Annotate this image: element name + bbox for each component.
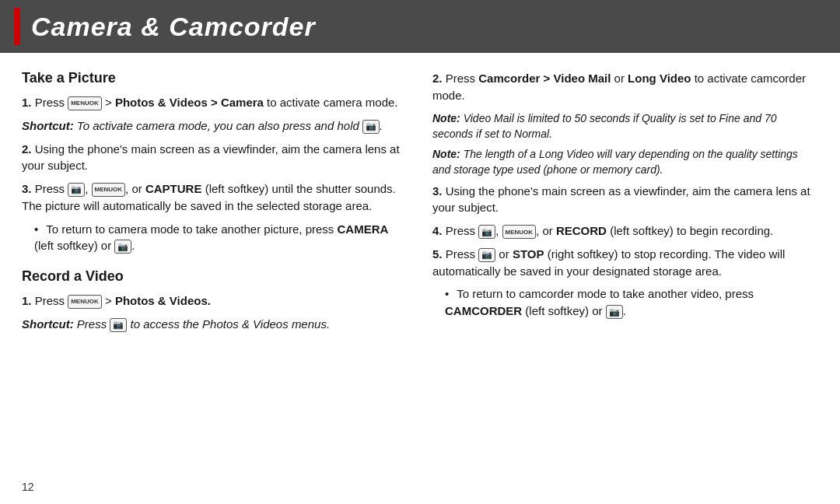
- section-record-video: Record a Video 1. Press MENUOK > Photos …: [22, 268, 408, 333]
- header: Camera & Camcorder: [0, 0, 840, 53]
- section-title-take-picture: Take a Picture: [22, 70, 408, 86]
- camera-icon-shortcut: 📷: [362, 120, 380, 134]
- step-2-text: Using the phone's main screen as a viewf…: [22, 142, 400, 173]
- step-3-bullet: To return to camera mode to take another…: [34, 221, 408, 255]
- video-step-1-number: 1.: [22, 294, 35, 307]
- step-3: 3. Press 📷, MENUOK, or CAPTURE (left sof…: [22, 180, 408, 215]
- page-title: Camera & Camcorder: [31, 12, 316, 42]
- camera-icon-r4a: 📷: [478, 225, 495, 239]
- camera-icon-3b: 📷: [114, 240, 131, 254]
- step-1-text: Press MENUOK > Photos & Videos > Camera …: [35, 96, 398, 109]
- menu-ok-icon-r4: MENUOK: [502, 225, 537, 239]
- right-step-3-text: Using the phone's main screen as a viewf…: [432, 184, 810, 215]
- video-step-1: 1. Press MENUOK > Photos & Videos.: [22, 292, 408, 310]
- step-1-number: 1.: [22, 96, 35, 109]
- menu-ok-icon-1: MENUOK: [68, 96, 102, 110]
- step-2-number: 2.: [22, 142, 35, 156]
- right-step-4: 4. Press 📷, MENUOK, or RECORD (left soft…: [432, 222, 818, 240]
- video-step-1-shortcut: Shortcut: Press 📷 to access the Photos &…: [22, 316, 408, 333]
- camera-icon-r5b: 📷: [606, 305, 623, 319]
- section-title-record-video: Record a Video: [22, 268, 408, 285]
- menu-ok-icon-v1: MENUOK: [68, 295, 102, 309]
- header-accent-bar: [14, 8, 20, 45]
- right-step-5: 5. Press 📷 or STOP (right softkey) to st…: [432, 246, 818, 280]
- step-3-text: Press 📷, MENUOK, or CAPTURE (left softke…: [22, 182, 396, 212]
- step-2: 2. Using the phone's main screen as a vi…: [22, 141, 408, 175]
- right-column: 2. Press Camcorder > Video Mail or Long …: [432, 70, 818, 339]
- page-number: 12: [22, 481, 34, 493]
- step-1-shortcut: Shortcut: To activate camera mode, you c…: [22, 117, 408, 135]
- right-step-2-number: 2.: [432, 72, 446, 85]
- right-step-2-text: Press Camcorder > Video Mail or Long Vid…: [432, 72, 806, 102]
- step-1: 1. Press MENUOK > Photos & Videos > Came…: [22, 94, 408, 111]
- camera-icon-3a: 📷: [68, 183, 85, 197]
- right-step-3-number: 3.: [432, 184, 446, 198]
- right-step-5-bullet: To return to camcorder mode to take anot…: [445, 285, 818, 320]
- right-step-5-text: Press 📷 or STOP (right softkey) to stop …: [432, 247, 785, 278]
- left-column: Take a Picture 1. Press MENUOK > Photos …: [22, 70, 408, 339]
- right-step-2: 2. Press Camcorder > Video Mail or Long …: [432, 70, 818, 104]
- right-step-5-number: 5.: [432, 247, 446, 261]
- menu-ok-icon-3: MENUOK: [92, 183, 126, 197]
- step-3-number: 3.: [22, 182, 35, 195]
- camera-icon-r5a: 📷: [478, 248, 495, 262]
- video-step-1-text: Press MENUOK > Photos & Videos.: [35, 294, 211, 307]
- camera-icon-v1: 📷: [110, 318, 127, 332]
- right-step-4-number: 4.: [432, 224, 446, 237]
- section-take-picture: Take a Picture 1. Press MENUOK > Photos …: [22, 70, 408, 254]
- right-step-4-text: Press 📷, MENUOK, or RECORD (left softkey…: [446, 224, 774, 237]
- right-step-2-note1: Note: Video Mail is limited to 50 second…: [432, 110, 818, 142]
- right-step-2-note2: Note: The length of a Long Video will va…: [432, 146, 818, 178]
- right-step-3: 3. Using the phone's main screen as a vi…: [432, 183, 818, 217]
